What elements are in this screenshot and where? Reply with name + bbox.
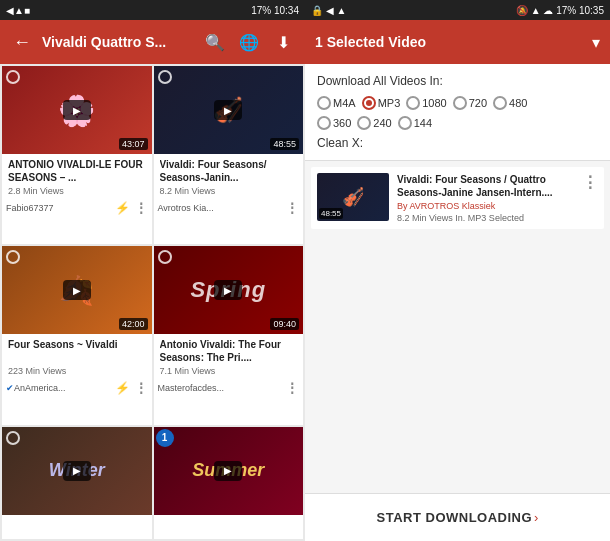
start-download-label: START DOWNLOADING	[377, 510, 533, 525]
video-thumb-1: 🌸 ▶ 43:07	[2, 66, 152, 154]
left-time: 17% 10:34	[251, 5, 299, 16]
checkbox-4[interactable]	[158, 250, 172, 264]
video-channel-1: Fabio67377	[6, 203, 115, 213]
video-meta-3: ✔ AnAmerica... ⚡ ⋮	[2, 378, 152, 400]
video-info-1: ANTONIO VIVALDI-LE FOUR SEASONS – ... 2.…	[2, 154, 152, 198]
checkbox-6[interactable]: 1	[158, 431, 172, 445]
video-card-5[interactable]: Winter ▶	[2, 427, 152, 539]
video-views-4: 7.1 Min Views	[160, 366, 298, 376]
radio-720-circle[interactable]	[453, 96, 467, 110]
clean-row: Clean X:	[317, 136, 598, 150]
left-nav-bar: ← Vivaldi Quattro S... 🔍 🌐 ⬇	[0, 20, 305, 64]
format-240[interactable]: 240	[357, 116, 391, 130]
more-button-2[interactable]: ⋮	[285, 200, 299, 216]
right-status-bar: 🔒 ◀ ▲ 🔕 ▲ ☁ 17% 10:35	[305, 0, 610, 20]
video-thumb-6: Summer ▶ 1	[154, 427, 304, 515]
video-channel-3: AnAmerica...	[14, 383, 115, 393]
radio-360-label: 360	[333, 117, 351, 129]
page-title: Vivaldi Quattro S...	[42, 34, 195, 50]
format-144[interactable]: 144	[398, 116, 432, 130]
selected-thumb-icon-1: 🎻	[342, 186, 364, 208]
video-meta-1: Fabio67377 ⚡ ⋮	[2, 198, 152, 220]
video-views-3: 223 Min Views	[8, 366, 146, 376]
format-720[interactable]: 720	[453, 96, 487, 110]
video-meta-4: Masterofacdes... ⋮	[154, 378, 304, 400]
start-download-bar[interactable]: START DOWNLOADING ›	[305, 493, 610, 541]
radio-mp3-circle[interactable]	[362, 96, 376, 110]
radio-1080-label: 1080	[422, 97, 446, 109]
back-button[interactable]: ←	[8, 28, 36, 56]
download-button[interactable]: ⬇	[269, 28, 297, 56]
video-title-3: Four Seasons ~ Vivaldi	[8, 338, 146, 364]
selected-video-details-1: Vivaldi: Four Seasons / Quattro Seasons-…	[397, 173, 574, 223]
selected-video-item-1[interactable]: 🎻 48:55 Vivaldi: Four Seasons / Quattro …	[311, 167, 604, 229]
left-status-bar: ◀▲■ 17% 10:34	[0, 0, 305, 20]
video-info-2: Vivaldi: Four Seasons/ Seasons-Janin... …	[154, 154, 304, 198]
right-nav-bar: 1 Selected Video ▾	[305, 20, 610, 64]
selection-badge-6: 1	[156, 429, 174, 447]
thumb-overlay-6: ▶	[154, 427, 304, 515]
lightning-icon-1[interactable]: ⚡	[115, 201, 130, 215]
video-card-6[interactable]: Summer ▶ 1	[154, 427, 304, 539]
video-info-3: Four Seasons ~ Vivaldi 223 Min Views	[2, 334, 152, 378]
more-button-3[interactable]: ⋮	[134, 380, 148, 396]
play-button-5: ▶	[63, 461, 91, 481]
left-panel: ◀▲■ 17% 10:34 ← Vivaldi Quattro S... 🔍 🌐…	[0, 0, 305, 541]
video-actions-3: ⚡ ⋮	[115, 380, 148, 396]
verified-icon-3: ✔	[6, 383, 14, 393]
checkbox-2[interactable]	[158, 70, 172, 84]
format-1080[interactable]: 1080	[406, 96, 446, 110]
radio-240-circle[interactable]	[357, 116, 371, 130]
more-button-selected-1[interactable]: ⋮	[582, 173, 598, 192]
thumb-overlay-5: ▶	[2, 427, 152, 515]
chevron-down-icon[interactable]: ▾	[592, 33, 600, 52]
play-button-1: ▶	[63, 100, 91, 120]
video-meta-2: Avrotros Kia... ⋮	[154, 198, 304, 220]
video-title-2: Vivaldi: Four Seasons/ Seasons-Janin...	[160, 158, 298, 184]
selected-video-meta-1: 8.2 Min Views In. MP3 Selected	[397, 213, 574, 223]
radio-480-circle[interactable]	[493, 96, 507, 110]
video-card-3[interactable]: 🍂 ▶ 42:00 Four Seasons ~ Vivaldi 223 Min…	[2, 246, 152, 424]
selected-count-label: 1 Selected Video	[315, 34, 584, 50]
selected-videos-list: 🎻 48:55 Vivaldi: Four Seasons / Quattro …	[305, 161, 610, 493]
format-m4a[interactable]: M4A	[317, 96, 356, 110]
video-channel-4: Masterofacdes...	[158, 383, 286, 393]
right-status-icons-right: 🔕 ▲ ☁ 17% 10:35	[516, 5, 604, 16]
radio-720-label: 720	[469, 97, 487, 109]
radio-1080-circle[interactable]	[406, 96, 420, 110]
more-button-4[interactable]: ⋮	[285, 380, 299, 396]
checkbox-5[interactable]	[6, 431, 20, 445]
video-card-4[interactable]: Spring ▶ 09:40 Antonio Vivaldi: The Four…	[154, 246, 304, 424]
format-mp3[interactable]: MP3	[362, 96, 401, 110]
duration-3: 42:00	[119, 318, 148, 330]
format-360[interactable]: 360	[317, 116, 351, 130]
duration-4: 09:40	[270, 318, 299, 330]
radio-144-circle[interactable]	[398, 116, 412, 130]
search-button[interactable]: 🔍	[201, 28, 229, 56]
video-card-1[interactable]: 🌸 ▶ 43:07 ANTONIO VIVALDI-LE FOUR SEASON…	[2, 66, 152, 244]
video-thumb-3: 🍂 ▶ 42:00	[2, 246, 152, 334]
radio-360-circle[interactable]	[317, 116, 331, 130]
video-views-1: 2.8 Min Views	[8, 186, 146, 196]
radio-mp3-label: MP3	[378, 97, 401, 109]
duration-2: 48:55	[270, 138, 299, 150]
video-channel-2: Avrotros Kia...	[158, 203, 286, 213]
radio-m4a-label: M4A	[333, 97, 356, 109]
checkbox-1[interactable]	[6, 70, 20, 84]
format-480[interactable]: 480	[493, 96, 527, 110]
radio-480-label: 480	[509, 97, 527, 109]
video-grid: 🌸 ▶ 43:07 ANTONIO VIVALDI-LE FOUR SEASON…	[0, 64, 305, 541]
radio-144-label: 144	[414, 117, 432, 129]
selected-thumb-duration-1: 48:55	[319, 208, 343, 219]
radio-m4a-circle[interactable]	[317, 96, 331, 110]
left-status-icons: ◀▲■	[6, 5, 30, 16]
play-button-2: ▶	[214, 100, 242, 120]
lightning-icon-3[interactable]: ⚡	[115, 381, 130, 395]
right-panel: 🔒 ◀ ▲ 🔕 ▲ ☁ 17% 10:35 1 Selected Video ▾…	[305, 0, 610, 541]
duration-1: 43:07	[119, 138, 148, 150]
globe-button[interactable]: 🌐	[235, 28, 263, 56]
video-card-2[interactable]: 🎻 ▶ 48:55 Vivaldi: Four Seasons/ Seasons…	[154, 66, 304, 244]
radio-240-label: 240	[373, 117, 391, 129]
more-button-1[interactable]: ⋮	[134, 200, 148, 216]
play-button-4: ▶	[214, 280, 242, 300]
